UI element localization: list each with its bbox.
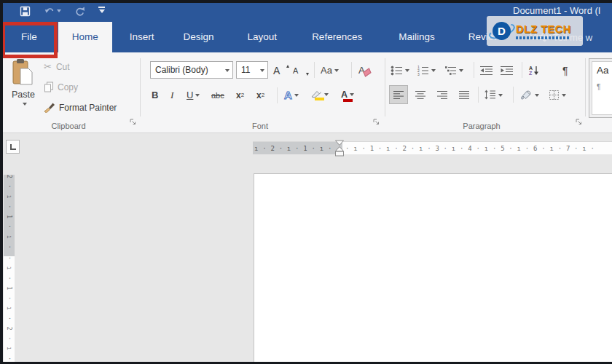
italic-button[interactable]: I — [170, 86, 181, 104]
underline-button[interactable]: U — [187, 86, 200, 104]
align-center-icon — [415, 90, 426, 100]
shading-bucket-icon — [519, 90, 533, 100]
numbering-dropdown-icon[interactable] — [431, 69, 436, 74]
word-window: Document1 - Word (I File Home Insert Des… — [0, 0, 612, 364]
paste-button[interactable]: Paste — [6, 58, 41, 115]
tab-design[interactable]: Design — [173, 22, 225, 52]
font-color-button[interactable]: A — [341, 86, 354, 105]
dialog-launcher-icon — [576, 119, 582, 125]
font-color-dropdown-icon[interactable] — [350, 93, 354, 98]
subscript-button[interactable]: x2 — [236, 86, 244, 104]
customize-quick-access-button[interactable] — [92, 1, 111, 20]
undo-dropdown-icon[interactable] — [57, 9, 61, 15]
text-effects-button[interactable]: A — [284, 86, 299, 104]
save-button[interactable] — [13, 1, 37, 20]
bold-button[interactable]: B — [152, 86, 165, 104]
left-indent-icon — [336, 151, 344, 156]
tab-mailings[interactable]: Mailings — [388, 22, 446, 52]
show-hide-marks-button[interactable]: ¶ — [562, 61, 568, 79]
shading-button[interactable] — [519, 85, 539, 104]
paragraph-dialog-launcher[interactable] — [576, 115, 582, 128]
logo-text: DLZ TECH — [516, 23, 571, 35]
decrease-indent-button[interactable] — [479, 61, 493, 79]
style-preview-text: Aa — [597, 65, 612, 76]
font-name-combobox[interactable]: Calibri (Body) — [150, 61, 233, 79]
clipboard-dialog-launcher[interactable] — [130, 115, 136, 128]
font-color-bar — [343, 99, 353, 102]
tab-home[interactable]: Home — [58, 22, 112, 52]
undo-button[interactable] — [37, 1, 68, 20]
paste-dropdown-icon[interactable] — [23, 103, 27, 108]
multilevel-list-icon — [444, 66, 457, 76]
bullets-dropdown-icon[interactable] — [405, 69, 409, 74]
align-right-icon — [436, 90, 448, 100]
numbering-button[interactable]: 123 — [417, 61, 436, 79]
numbering-icon: 123 — [417, 66, 429, 76]
font-size-combobox[interactable]: 11 — [236, 61, 268, 79]
align-center-button[interactable] — [411, 85, 430, 104]
clear-formatting-button[interactable]: A — [358, 61, 371, 79]
dialog-launcher-icon — [130, 119, 136, 125]
change-case-dropdown-icon[interactable] — [334, 69, 339, 74]
align-left-button[interactable] — [389, 85, 408, 104]
document-page[interactable] — [254, 173, 612, 364]
borders-button[interactable] — [549, 85, 566, 104]
group-separator — [140, 58, 141, 116]
line-spacing-dropdown-icon[interactable] — [498, 94, 503, 99]
horizontal-ruler-margin[interactable]: ı·2·ı·1·ı· — [253, 141, 342, 154]
style-normal-item[interactable]: Aa ¶ — [592, 61, 612, 115]
redo-icon — [74, 6, 85, 16]
redo-button[interactable] — [68, 1, 92, 20]
paste-icon — [12, 58, 35, 87]
tab-layout[interactable]: Layout — [237, 22, 289, 52]
align-right-button[interactable] — [433, 85, 452, 104]
highlight-color-bar — [315, 98, 324, 100]
sort-button[interactable]: AZ — [529, 61, 539, 79]
font-group-label: Font — [144, 122, 376, 130]
tab-insert[interactable]: Insert — [119, 22, 165, 52]
indent-markers[interactable] — [334, 140, 345, 159]
copy-button[interactable]: Copy — [44, 82, 78, 92]
tab-references[interactable]: References — [301, 22, 373, 52]
decrease-indent-icon — [479, 66, 493, 76]
text-highlight-button[interactable] — [310, 86, 329, 105]
tab-stop-selector[interactable] — [6, 140, 20, 154]
font-name-dropdown-icon[interactable] — [225, 69, 230, 74]
logo-letter: D — [493, 22, 511, 40]
multilevel-list-button[interactable] — [444, 61, 463, 79]
line-spacing-button[interactable] — [484, 85, 503, 104]
change-case-button[interactable]: Aa — [321, 61, 339, 79]
bullets-button[interactable] — [391, 61, 409, 79]
borders-dropdown-icon[interactable] — [562, 94, 566, 99]
multilevel-dropdown-icon[interactable] — [459, 69, 463, 74]
copy-icon — [44, 82, 54, 92]
format-painter-button[interactable]: Format Painter — [44, 102, 117, 113]
grow-font-button[interactable]: A — [273, 61, 291, 79]
cut-icon: ✂ — [44, 61, 52, 72]
tab-stop-icon — [10, 144, 16, 150]
vertical-ruler-margin-labels: 2·ı·1·ı· — [4, 175, 15, 256]
superscript-button[interactable]: x2 — [256, 86, 264, 104]
underline-dropdown-icon[interactable] — [195, 94, 200, 99]
increase-indent-button[interactable] — [500, 61, 514, 79]
horizontal-ruler[interactable]: ·ı·1·ı·2·ı·3·ı·4·ı·5·ı·6·ı·7·ı· — [342, 141, 612, 154]
cut-button[interactable]: ✂ Cut — [44, 61, 70, 72]
text-effects-dropdown-icon[interactable] — [294, 94, 299, 99]
quick-access-toolbar — [13, 0, 111, 22]
font-size-dropdown-icon[interactable] — [260, 69, 264, 74]
vertical-ruler-labels: ·ı·1·ı·2·ı· — [4, 256, 15, 362]
save-icon — [20, 6, 31, 17]
paragraph-group-label: Paragraph — [386, 122, 577, 130]
shading-dropdown-icon[interactable] — [535, 94, 539, 99]
justify-button[interactable] — [455, 85, 474, 104]
first-line-indent-icon — [336, 141, 344, 146]
highlight-dropdown-icon[interactable] — [324, 93, 329, 98]
sort-arrow-icon — [533, 66, 539, 76]
copy-label: Copy — [58, 82, 78, 92]
group-separator — [385, 58, 385, 116]
font-dialog-launcher[interactable] — [373, 115, 380, 128]
bullets-icon — [391, 66, 403, 76]
shrink-font-button[interactable]: A — [293, 61, 310, 79]
strikethrough-button[interactable]: abc — [211, 86, 224, 104]
justify-icon — [458, 90, 470, 100]
